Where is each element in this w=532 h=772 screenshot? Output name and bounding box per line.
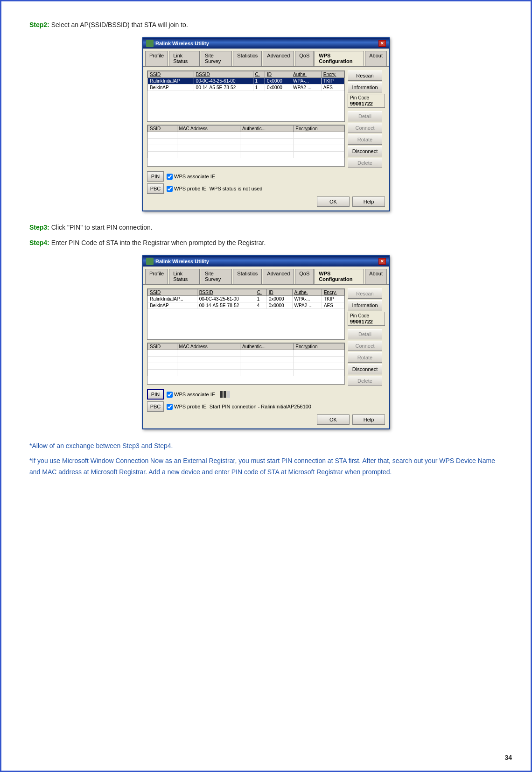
app-icon1 xyxy=(146,40,154,47)
tab1-statistics[interactable]: Statistics xyxy=(233,51,262,66)
step3-line: Step3: Click "PIN" to start PIN connecti… xyxy=(29,223,503,232)
lower-table2-area: SSID MAC Address Authentic... Encryption xyxy=(147,343,345,385)
col-auth2: Authe. xyxy=(292,289,322,296)
delete-button2[interactable]: Delete xyxy=(348,376,382,386)
scan-table2: SSID BSSID C. ID Authe. Encry. xyxy=(147,289,344,309)
titlebar1-left: Ralink Wireless Utility xyxy=(146,40,209,47)
col-mac-lower1: MAC Address xyxy=(177,126,240,132)
col-bssid2: BSSID xyxy=(197,289,255,296)
probe-ie-text1: WPS probe IE xyxy=(174,186,207,191)
close-btn2[interactable]: ✕ xyxy=(378,258,386,265)
pin-code-group2: Pin Code 99061722 xyxy=(348,312,385,326)
connect-button2[interactable]: Connect xyxy=(348,341,382,351)
lower-table2: SSID MAC Address Authentic... Encryption xyxy=(147,343,344,376)
wps-status1: WPS status is not used xyxy=(210,186,345,191)
col-bssid1: BSSID xyxy=(194,71,253,78)
table-row[interactable] xyxy=(148,145,344,152)
help-button2[interactable]: Help xyxy=(352,414,385,425)
tab2-statistics[interactable]: Statistics xyxy=(233,269,262,284)
tab1-advanced[interactable]: Advanced xyxy=(263,51,294,66)
pin-code-value1: 99061722 xyxy=(350,101,383,106)
col-ssid2: SSID xyxy=(148,289,197,296)
wps-bottom-row2: PBC WPS probe IE WPS status is not used xyxy=(147,183,345,194)
tab1-about[interactable]: About xyxy=(365,51,387,66)
col-c1: C. xyxy=(253,71,265,78)
probe-ie-checkbox1[interactable] xyxy=(167,186,173,192)
tab1-wps[interactable]: WPS Configuration xyxy=(315,51,364,66)
detail-button1[interactable]: Detail xyxy=(348,111,382,121)
rotate-button2[interactable]: Rotate xyxy=(348,352,382,363)
help-button1[interactable]: Help xyxy=(352,197,385,207)
prog-bar-1 xyxy=(220,391,223,398)
rotate-button1[interactable]: Rotate xyxy=(348,134,382,145)
info-line1: *Allow of an exchange between Step3 and … xyxy=(29,441,503,452)
page-number: 34 xyxy=(504,754,512,761)
tab1-qos[interactable]: QoS xyxy=(295,51,314,66)
pbc-button1[interactable]: PBC xyxy=(147,183,164,194)
col-c2: C. xyxy=(255,289,266,296)
pin-button2[interactable]: PIN xyxy=(147,389,164,400)
disconnect-button1[interactable]: Disconnect xyxy=(348,146,382,156)
scan-table1: SSID BSSID C. ID Authe. Encry. xyxy=(147,71,344,91)
associate-ie-checkbox1[interactable] xyxy=(167,174,173,180)
table-row[interactable] xyxy=(148,139,344,145)
col-id2: ID xyxy=(266,289,292,296)
cell-bssid: 00-14-A5-5E-78-52 xyxy=(194,84,253,91)
table-row[interactable] xyxy=(148,370,344,376)
ok-button2[interactable]: OK xyxy=(317,414,350,425)
tab2-wps[interactable]: WPS Configuration xyxy=(315,269,364,284)
table-row[interactable] xyxy=(148,152,344,158)
rescan-button2[interactable]: Rescan xyxy=(348,288,382,299)
delete-button1[interactable]: Delete xyxy=(348,158,382,168)
tab2-profile[interactable]: Profile xyxy=(145,269,168,284)
disconnect-button2[interactable]: Disconnect xyxy=(348,364,382,374)
prog-bar-2 xyxy=(224,391,226,398)
step3-text: Click "PIN" to start PIN connection. xyxy=(51,224,153,231)
rescan-button1[interactable]: Rescan xyxy=(348,70,382,81)
titlebar2: Ralink Wireless Utility ✕ xyxy=(143,256,389,267)
table-row[interactable] xyxy=(148,363,344,370)
wps-bottom-row3: PIN WPS associate IE xyxy=(147,389,345,400)
tab1-sitesurvey[interactable]: Site Survey xyxy=(201,51,232,66)
tab2-sitesurvey[interactable]: Site Survey xyxy=(201,269,232,284)
close-btn1[interactable]: ✕ xyxy=(378,40,386,47)
titlebar2-left: Ralink Wireless Utility xyxy=(146,258,209,265)
tab2-about[interactable]: About xyxy=(365,269,387,284)
tab2-qos[interactable]: QoS xyxy=(295,269,314,284)
table-row[interactable]: RalinkInitialAP 00-0C-43-25-61-00 1 0x00… xyxy=(148,78,344,84)
col-encry2: Encry. xyxy=(322,289,344,296)
cell-id: 0x0000 xyxy=(265,78,291,84)
table-row[interactable] xyxy=(148,357,344,363)
col-ssid-lower2: SSID xyxy=(148,344,177,350)
tab2-advanced[interactable]: Advanced xyxy=(263,269,294,284)
associate-ie-checkbox2[interactable] xyxy=(167,392,173,398)
ok-button1[interactable]: OK xyxy=(317,197,350,207)
pin-button1[interactable]: PIN xyxy=(147,171,164,182)
information-button2[interactable]: Information xyxy=(348,300,382,310)
window1-body: SSID BSSID C. ID Authe. Encry. xyxy=(143,67,389,211)
table-row[interactable] xyxy=(148,350,344,357)
window2-main-layout: SSID BSSID C. ID Authe. Encry. xyxy=(147,288,385,412)
tab1-linkstatus[interactable]: Link Status xyxy=(169,51,200,66)
window1-title: Ralink Wireless Utility xyxy=(155,41,209,46)
cell-encry: TKIP xyxy=(321,78,344,84)
connect-button1[interactable]: Connect xyxy=(348,123,382,133)
table-row[interactable] xyxy=(148,132,344,139)
pbc-button2[interactable]: PBC xyxy=(147,401,164,412)
cell-id: 0x0000 xyxy=(266,302,292,309)
pin-code-group1: Pin Code 99061722 xyxy=(348,94,385,108)
table-row[interactable]: BelkinAP 00-14-A5-5E-78-52 1 0x0000 WPA2… xyxy=(148,84,344,91)
detail-button2[interactable]: Detail xyxy=(348,329,382,339)
step2-line: Step2: Select an AP(SSID/BSSID) that STA… xyxy=(29,20,503,30)
information-button1[interactable]: Information xyxy=(348,82,382,92)
tab1-profile[interactable]: Profile xyxy=(145,51,168,66)
cell-id: 0x0000 xyxy=(265,84,291,91)
prog-bar-3 xyxy=(227,391,230,398)
tab2-linkstatus[interactable]: Link Status xyxy=(169,269,200,284)
table-row[interactable]: BelkinAP 00-14-A5-5E-78-52 4 0x0000 WPA2… xyxy=(148,302,344,309)
cell-ssid: BelkinAP xyxy=(148,302,197,309)
cell-encry: TKIP xyxy=(322,296,344,302)
table-row[interactable]: RalinkInitialAP... 00-0C-43-25-61-00 1 0… xyxy=(148,296,344,302)
associate-ie-text1: WPS associate IE xyxy=(174,174,215,179)
probe-ie-checkbox2[interactable] xyxy=(167,404,173,410)
